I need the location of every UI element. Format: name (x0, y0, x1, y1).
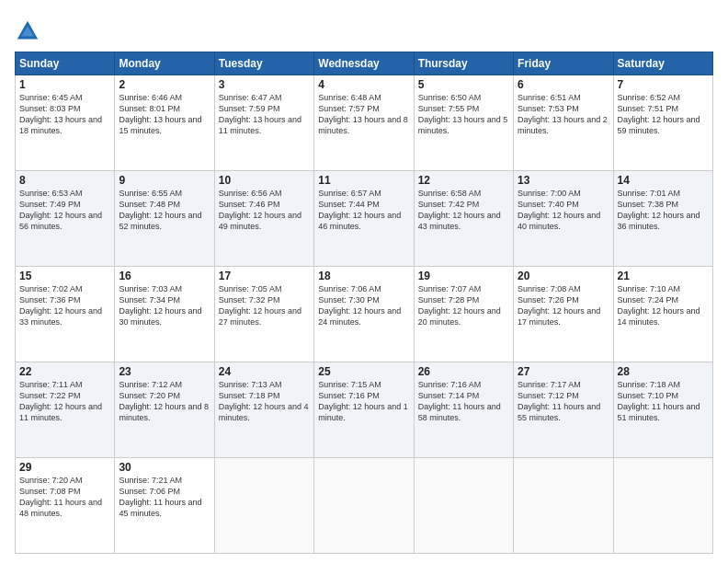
day-number: 27 (518, 365, 609, 378)
day-details: Sunrise: 6:58 AMSunset: 7:42 PMDaylight:… (418, 188, 509, 233)
calendar-table: SundayMondayTuesdayWednesdayThursdayFrid… (15, 52, 713, 554)
day-number: 16 (119, 270, 210, 282)
day-details: Sunrise: 7:17 AMSunset: 7:12 PMDaylight:… (518, 379, 609, 424)
day-details: Sunrise: 6:50 AMSunset: 7:55 PMDaylight:… (418, 92, 509, 137)
calendar-cell: 14 Sunrise: 7:01 AMSunset: 7:38 PMDaylig… (613, 171, 712, 267)
day-details: Sunrise: 7:21 AMSunset: 7:06 PMDaylight:… (119, 475, 210, 520)
calendar-cell: 10 Sunrise: 6:56 AMSunset: 7:46 PMDaylig… (214, 171, 313, 267)
calendar-cell: 27 Sunrise: 7:17 AMSunset: 7:12 PMDaylig… (514, 362, 613, 458)
day-details: Sunrise: 7:10 AMSunset: 7:24 PMDaylight:… (618, 283, 709, 328)
day-number: 14 (618, 174, 709, 187)
day-details: Sunrise: 6:48 AMSunset: 7:57 PMDaylight:… (318, 92, 409, 137)
day-number: 25 (318, 365, 409, 378)
day-number: 23 (119, 365, 210, 378)
day-number: 9 (119, 174, 210, 187)
day-number: 19 (418, 270, 509, 282)
logo-icon (15, 18, 40, 44)
day-header-wednesday: Wednesday (314, 52, 414, 75)
calendar-cell: 29 Sunrise: 7:20 AMSunset: 7:08 PMDaylig… (16, 458, 115, 554)
day-header-friday: Friday (514, 52, 613, 75)
calendar-cell: 26 Sunrise: 7:16 AMSunset: 7:14 PMDaylig… (414, 362, 513, 458)
day-number: 5 (418, 78, 509, 91)
week-row-2: 8 Sunrise: 6:53 AMSunset: 7:49 PMDayligh… (16, 171, 713, 267)
day-details: Sunrise: 7:06 AMSunset: 7:30 PMDaylight:… (318, 283, 409, 328)
week-row-3: 15 Sunrise: 7:02 AMSunset: 7:36 PMDaylig… (16, 267, 713, 362)
calendar-cell: 11 Sunrise: 6:57 AMSunset: 7:44 PMDaylig… (314, 171, 414, 267)
calendar-cell: 20 Sunrise: 7:08 AMSunset: 7:26 PMDaylig… (514, 267, 613, 362)
calendar-cell: 12 Sunrise: 6:58 AMSunset: 7:42 PMDaylig… (414, 171, 513, 267)
week-row-5: 29 Sunrise: 7:20 AMSunset: 7:08 PMDaylig… (16, 458, 713, 554)
day-details: Sunrise: 7:03 AMSunset: 7:34 PMDaylight:… (119, 283, 210, 328)
logo (15, 18, 44, 44)
day-details: Sunrise: 7:15 AMSunset: 7:16 PMDaylight:… (318, 379, 409, 424)
day-details: Sunrise: 6:57 AMSunset: 7:44 PMDaylight:… (318, 188, 409, 233)
calendar-cell: 22 Sunrise: 7:11 AMSunset: 7:22 PMDaylig… (16, 362, 115, 458)
calendar-cell: 6 Sunrise: 6:51 AMSunset: 7:53 PMDayligh… (514, 75, 613, 171)
calendar-cell: 3 Sunrise: 6:47 AMSunset: 7:59 PMDayligh… (214, 75, 313, 171)
day-details: Sunrise: 6:53 AMSunset: 7:49 PMDaylight:… (19, 188, 110, 233)
week-row-1: 1 Sunrise: 6:45 AMSunset: 8:03 PMDayligh… (16, 75, 713, 171)
day-number: 7 (618, 78, 709, 91)
day-details: Sunrise: 6:51 AMSunset: 7:53 PMDaylight:… (518, 92, 609, 137)
calendar-cell (613, 458, 712, 554)
day-header-saturday: Saturday (613, 52, 712, 75)
day-number: 22 (19, 365, 110, 378)
day-number: 26 (418, 365, 509, 378)
day-details: Sunrise: 6:56 AMSunset: 7:46 PMDaylight:… (219, 188, 310, 233)
day-number: 28 (618, 365, 709, 378)
page: SundayMondayTuesdayWednesdayThursdayFrid… (0, 0, 728, 563)
day-number: 3 (219, 78, 310, 91)
calendar-cell (514, 458, 613, 554)
calendar-cell: 16 Sunrise: 7:03 AMSunset: 7:34 PMDaylig… (115, 267, 214, 362)
header (15, 15, 713, 44)
calendar-cell: 15 Sunrise: 7:02 AMSunset: 7:36 PMDaylig… (16, 267, 115, 362)
day-header-monday: Monday (115, 52, 214, 75)
day-number: 30 (119, 461, 210, 474)
day-header-sunday: Sunday (16, 52, 115, 75)
calendar-cell: 1 Sunrise: 6:45 AMSunset: 8:03 PMDayligh… (16, 75, 115, 171)
day-details: Sunrise: 7:07 AMSunset: 7:28 PMDaylight:… (418, 283, 509, 328)
day-details: Sunrise: 6:47 AMSunset: 7:59 PMDaylight:… (219, 92, 310, 137)
day-details: Sunrise: 7:12 AMSunset: 7:20 PMDaylight:… (119, 379, 210, 424)
calendar-cell (414, 458, 513, 554)
calendar-cell: 18 Sunrise: 7:06 AMSunset: 7:30 PMDaylig… (314, 267, 414, 362)
day-number: 2 (119, 78, 210, 91)
calendar-cell (314, 458, 414, 554)
day-details: Sunrise: 6:46 AMSunset: 8:01 PMDaylight:… (119, 92, 210, 137)
calendar-cell: 17 Sunrise: 7:05 AMSunset: 7:32 PMDaylig… (214, 267, 313, 362)
day-header-tuesday: Tuesday (214, 52, 313, 75)
calendar-cell: 30 Sunrise: 7:21 AMSunset: 7:06 PMDaylig… (115, 458, 214, 554)
calendar-cell: 23 Sunrise: 7:12 AMSunset: 7:20 PMDaylig… (115, 362, 214, 458)
calendar-cell: 5 Sunrise: 6:50 AMSunset: 7:55 PMDayligh… (414, 75, 513, 171)
day-details: Sunrise: 7:02 AMSunset: 7:36 PMDaylight:… (19, 283, 110, 328)
calendar-cell: 8 Sunrise: 6:53 AMSunset: 7:49 PMDayligh… (16, 171, 115, 267)
calendar-cell: 24 Sunrise: 7:13 AMSunset: 7:18 PMDaylig… (214, 362, 313, 458)
day-number: 4 (318, 78, 409, 91)
day-number: 15 (19, 270, 110, 282)
calendar-cell (214, 458, 313, 554)
day-number: 12 (418, 174, 509, 187)
calendar-cell: 25 Sunrise: 7:15 AMSunset: 7:16 PMDaylig… (314, 362, 414, 458)
calendar-cell: 19 Sunrise: 7:07 AMSunset: 7:28 PMDaylig… (414, 267, 513, 362)
day-number: 1 (19, 78, 110, 91)
day-details: Sunrise: 7:05 AMSunset: 7:32 PMDaylight:… (219, 283, 310, 328)
day-number: 29 (19, 461, 110, 474)
day-details: Sunrise: 7:16 AMSunset: 7:14 PMDaylight:… (418, 379, 509, 424)
day-number: 17 (219, 270, 310, 282)
day-header-thursday: Thursday (414, 52, 513, 75)
day-details: Sunrise: 7:08 AMSunset: 7:26 PMDaylight:… (518, 283, 609, 328)
day-number: 10 (219, 174, 310, 187)
day-number: 11 (318, 174, 409, 187)
day-number: 20 (518, 270, 609, 282)
calendar-cell: 21 Sunrise: 7:10 AMSunset: 7:24 PMDaylig… (613, 267, 712, 362)
calendar-cell: 7 Sunrise: 6:52 AMSunset: 7:51 PMDayligh… (613, 75, 712, 171)
day-number: 8 (19, 174, 110, 187)
day-details: Sunrise: 6:45 AMSunset: 8:03 PMDaylight:… (19, 92, 110, 137)
day-details: Sunrise: 7:00 AMSunset: 7:40 PMDaylight:… (518, 188, 609, 233)
week-row-4: 22 Sunrise: 7:11 AMSunset: 7:22 PMDaylig… (16, 362, 713, 458)
day-details: Sunrise: 7:01 AMSunset: 7:38 PMDaylight:… (618, 188, 709, 233)
calendar-cell: 2 Sunrise: 6:46 AMSunset: 8:01 PMDayligh… (115, 75, 214, 171)
day-details: Sunrise: 7:18 AMSunset: 7:10 PMDaylight:… (618, 379, 709, 424)
header-row: SundayMondayTuesdayWednesdayThursdayFrid… (16, 52, 713, 75)
day-number: 21 (618, 270, 709, 282)
